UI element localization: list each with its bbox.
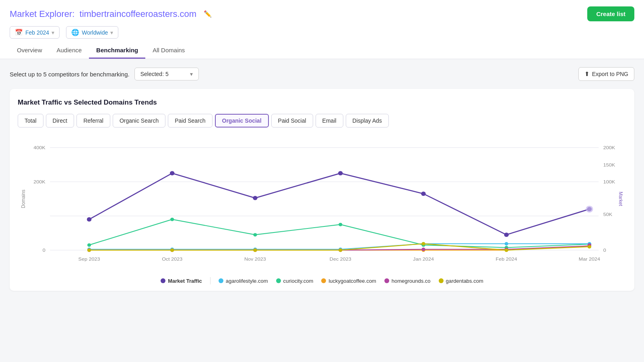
- filters-row: 📅 Feb 2024 ▾ 🌐 Worldwide ▾: [10, 26, 634, 39]
- svg-point-63: [586, 206, 593, 212]
- create-list-button[interactable]: Create list: [587, 6, 634, 21]
- svg-point-28: [87, 243, 91, 247]
- legend-gardentabs: gardentabs.com: [439, 278, 483, 284]
- title-prefix: Market Explorer:: [10, 9, 74, 19]
- svg-text:400K: 400K: [33, 145, 45, 150]
- legend-label-luckygoat: luckygoatcoffee.com: [328, 278, 376, 284]
- tab-overview[interactable]: Overview: [10, 43, 50, 59]
- svg-text:100K: 100K: [603, 179, 615, 185]
- svg-point-21: [87, 217, 91, 222]
- svg-text:0: 0: [603, 248, 606, 253]
- svg-text:Domains: Domains: [21, 189, 27, 208]
- svg-point-59: [339, 249, 342, 252]
- legend-dot-market: [161, 278, 165, 283]
- svg-text:0: 0: [43, 248, 45, 253]
- svg-point-40: [505, 242, 508, 246]
- svg-point-25: [421, 191, 425, 196]
- legend-dot-agaro: [219, 278, 223, 283]
- svg-text:50K: 50K: [603, 212, 612, 217]
- page-header: Market Explorer: timbertraincoffeeroaste…: [0, 0, 644, 59]
- legend-curiocity: curiocity.com: [276, 278, 314, 284]
- calendar-icon: 📅: [15, 29, 23, 36]
- svg-point-61: [505, 249, 508, 252]
- svg-text:Nov 2023: Nov 2023: [244, 257, 266, 262]
- legend-label-curiocity: curiocity.com: [283, 278, 314, 284]
- svg-point-60: [421, 242, 425, 246]
- page-title: Market Explorer: timbertraincoffeeroaste…: [10, 9, 196, 19]
- filter-direct[interactable]: Direct: [46, 114, 74, 128]
- legend-dot-gardentabs: [439, 278, 444, 283]
- svg-point-30: [253, 233, 257, 237]
- svg-text:Market: Market: [618, 192, 624, 206]
- date-filter-label: Feb 2024: [25, 29, 49, 36]
- filter-organic-search[interactable]: Organic Search: [113, 114, 165, 128]
- edit-icon[interactable]: ✏️: [204, 10, 212, 18]
- svg-point-62: [588, 245, 591, 249]
- selected-dropdown[interactable]: Selected: 5 ▾: [134, 68, 199, 80]
- filter-total[interactable]: Total: [18, 114, 43, 128]
- svg-text:Oct 2023: Oct 2023: [162, 257, 182, 262]
- traffic-filters: Total Direct Referral Organic Search Pai…: [18, 114, 626, 128]
- benchmarking-controls: Select up to 5 competitors for benchmark…: [10, 67, 634, 81]
- svg-point-56: [87, 249, 91, 252]
- selected-count-label: Selected: 5: [140, 71, 169, 77]
- svg-text:Dec 2023: Dec 2023: [330, 257, 351, 262]
- svg-point-31: [339, 223, 342, 226]
- benchmarking-hint: Select up to 5 competitors for benchmark…: [10, 71, 130, 78]
- filter-organic-social[interactable]: Organic Social: [215, 114, 269, 128]
- legend-agarolifestyle: agarolifestyle.com: [219, 278, 268, 284]
- svg-point-23: [253, 196, 257, 200]
- export-button[interactable]: ⬆ Export to PNG: [578, 67, 634, 81]
- svg-text:Feb 2024: Feb 2024: [496, 257, 517, 262]
- svg-point-58: [253, 249, 257, 252]
- chart-legend: Market Traffic agarolifestyle.com curioc…: [18, 277, 626, 284]
- tab-all-domains[interactable]: All Domains: [145, 43, 192, 59]
- dropdown-chevron-icon: ▾: [190, 71, 193, 77]
- tab-audience[interactable]: Audience: [50, 43, 89, 59]
- legend-divider: [210, 277, 211, 284]
- svg-point-29: [170, 218, 174, 221]
- legend-dot-curiocity: [276, 278, 281, 283]
- location-filter-chip[interactable]: 🌐 Worldwide ▾: [66, 26, 118, 39]
- header-top-row: Market Explorer: timbertraincoffeeroaste…: [10, 6, 634, 21]
- location-chevron-icon: ▾: [110, 29, 113, 36]
- chart-area: 400K 200K 0 200K 150K 100K 50K 0 Domains…: [18, 135, 626, 272]
- svg-text:200K: 200K: [603, 145, 615, 150]
- svg-point-22: [170, 171, 174, 175]
- legend-market-traffic: Market Traffic: [161, 278, 202, 284]
- export-icon: ⬆: [584, 70, 590, 78]
- date-chevron-icon: ▾: [52, 29, 54, 36]
- globe-icon: 🌐: [71, 29, 79, 36]
- svg-text:Jan 2024: Jan 2024: [413, 257, 434, 262]
- title-domain: timbertraincoffeeroasters.com: [80, 9, 197, 19]
- date-filter-chip[interactable]: 📅 Feb 2024 ▾: [10, 26, 60, 39]
- svg-text:150K: 150K: [603, 162, 615, 167]
- legend-dot-homegrounds: [384, 278, 389, 283]
- tab-benchmarking[interactable]: Benchmarking: [89, 43, 145, 59]
- legend-label-gardentabs: gardentabs.com: [446, 278, 483, 284]
- filter-paid-search[interactable]: Paid Search: [168, 114, 212, 128]
- nav-tabs: Overview Audience Benchmarking All Domai…: [10, 43, 634, 59]
- chart-title: Market Traffic vs Selected Domains Trend…: [18, 99, 626, 107]
- svg-point-53: [421, 248, 425, 251]
- legend-dot-luckygoat: [321, 278, 326, 283]
- filter-display-ads[interactable]: Display Ads: [346, 114, 389, 128]
- legend-luckygoat: luckygoatcoffee.com: [321, 278, 376, 284]
- svg-point-24: [338, 171, 343, 175]
- legend-label-market: Market Traffic: [168, 278, 202, 284]
- filter-paid-social[interactable]: Paid Social: [271, 114, 313, 128]
- chart-svg: 400K 200K 0 200K 150K 100K 50K 0 Domains…: [18, 135, 626, 272]
- export-label: Export to PNG: [592, 71, 628, 77]
- legend-label-homegrounds: homegrounds.co: [392, 278, 431, 284]
- location-filter-label: Worldwide: [82, 29, 108, 36]
- svg-text:Mar 2024: Mar 2024: [579, 257, 600, 262]
- legend-label-agaro: agarolifestyle.com: [226, 278, 268, 284]
- chart-card: Market Traffic vs Selected Domains Trend…: [10, 89, 634, 291]
- svg-point-26: [504, 232, 508, 237]
- filter-referral[interactable]: Referral: [76, 114, 110, 128]
- main-content: Select up to 5 competitors for benchmark…: [0, 59, 644, 299]
- svg-point-57: [170, 249, 174, 252]
- filter-email[interactable]: Email: [316, 114, 343, 128]
- svg-text:200K: 200K: [33, 179, 45, 185]
- legend-homegrounds: homegrounds.co: [384, 278, 431, 284]
